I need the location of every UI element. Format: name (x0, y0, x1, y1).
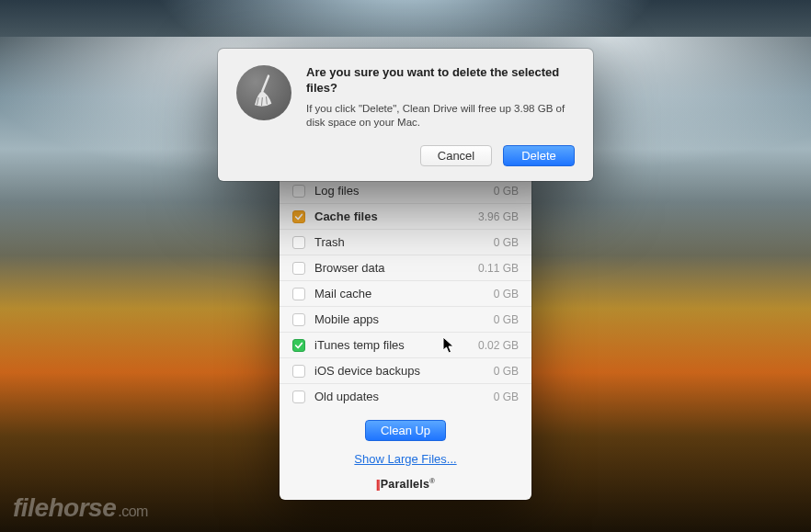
broom-icon (236, 65, 291, 120)
row-label: Old updates (314, 390, 494, 403)
checkbox[interactable] (292, 288, 305, 300)
row-size: 0.11 GB (478, 262, 519, 275)
show-large-files-link[interactable]: Show Large Files... (280, 452, 531, 466)
row-label: Mail cache (314, 287, 494, 300)
row-log-files[interactable]: Log files 0 GB (280, 178, 531, 204)
row-label: Log files (314, 184, 494, 198)
checkbox[interactable] (292, 391, 305, 403)
delete-button[interactable]: Delete (503, 145, 575, 166)
row-label: Trash (314, 235, 494, 249)
row-size: 0 GB (494, 288, 519, 300)
row-label: Mobile apps (314, 312, 494, 326)
row-size: 0 GB (494, 313, 519, 326)
clean-up-button[interactable]: Clean Up (365, 420, 446, 441)
row-mail-cache[interactable]: Mail cache 0 GB (280, 281, 531, 307)
row-browser-data[interactable]: Browser data 0.11 GB (280, 255, 531, 281)
dialog-message: If you click "Delete", Clean Drive will … (306, 102, 575, 130)
svg-line-0 (262, 76, 268, 92)
row-ios-backups[interactable]: iOS device backups 0 GB (280, 358, 531, 384)
file-category-list: Log files 0 GB Cache files 3.96 GB Trash… (280, 175, 531, 411)
row-size: 0 GB (494, 185, 519, 198)
checkbox-checked[interactable] (292, 210, 305, 223)
row-itunes-temp[interactable]: iTunes temp files 0.02 GB (280, 333, 531, 358)
row-size: 3.96 GB (478, 210, 519, 223)
row-label: Cache files (314, 209, 478, 223)
cancel-button[interactable]: Cancel (420, 145, 492, 166)
checkbox[interactable] (292, 313, 305, 326)
row-size: 0 GB (494, 236, 519, 249)
checkbox-checked[interactable] (292, 339, 305, 352)
confirm-delete-dialog: Are you sure you want to delete the sele… (218, 49, 593, 181)
row-trash[interactable]: Trash 0 GB (280, 230, 531, 255)
row-size: 0.02 GB (478, 339, 519, 352)
row-label: Browser data (314, 261, 478, 275)
row-size: 0 GB (494, 365, 519, 378)
row-label: iOS device backups (314, 364, 494, 378)
row-size: 0 GB (494, 391, 519, 403)
checkbox[interactable] (292, 185, 305, 198)
row-old-updates[interactable]: Old updates 0 GB (280, 384, 531, 409)
row-mobile-apps[interactable]: Mobile apps 0 GB (280, 307, 531, 333)
brand-label: ||Parallels® (280, 475, 531, 494)
row-cache-files[interactable]: Cache files 3.96 GB (280, 204, 531, 230)
row-label: iTunes temp files (314, 338, 478, 352)
checkbox[interactable] (292, 365, 305, 378)
watermark: filehorse.com (13, 493, 148, 523)
checkbox[interactable] (292, 262, 305, 275)
dialog-title: Are you sure you want to delete the sele… (306, 65, 575, 96)
checkbox[interactable] (292, 236, 305, 249)
clean-drive-panel: Log files 0 GB Cache files 3.96 GB Trash… (280, 162, 531, 500)
parallels-logo-icon: || (376, 478, 379, 491)
